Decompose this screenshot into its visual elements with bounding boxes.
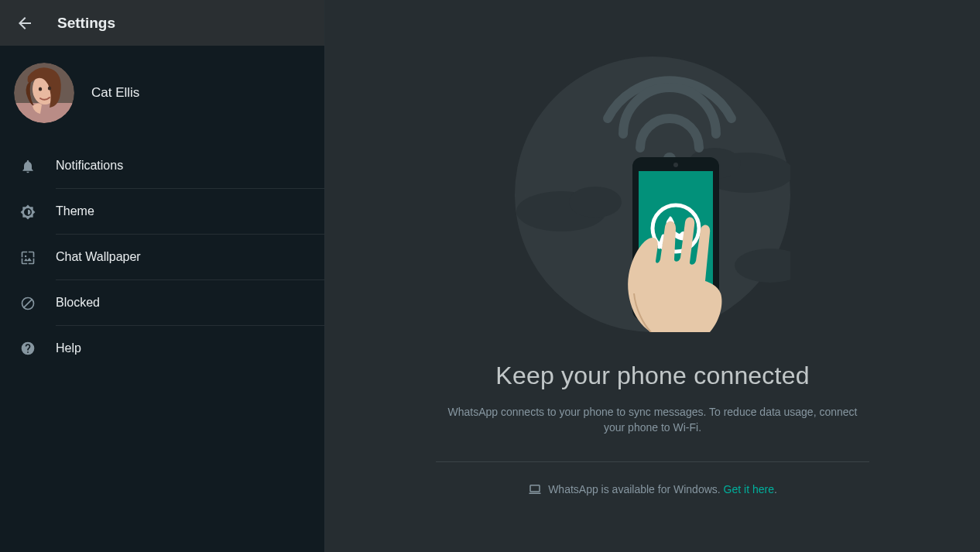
sidebar-header: Settings (0, 0, 324, 46)
hero: Keep your phone connected WhatsApp conne… (436, 57, 869, 496)
svg-point-4 (39, 87, 42, 91)
divider (436, 461, 869, 462)
settings-list: Notifications Theme Chat Wallpaper Block… (0, 143, 324, 371)
help-icon (0, 341, 56, 356)
bell-icon (0, 159, 56, 174)
hero-illustration (515, 57, 790, 335)
svg-point-15 (673, 163, 678, 167)
settings-item-label: Blocked (56, 296, 100, 309)
blocked-icon (0, 296, 56, 311)
settings-item-chat-wallpaper[interactable]: Chat Wallpaper (0, 235, 324, 280)
svg-point-5 (48, 86, 51, 90)
settings-item-help[interactable]: Help (0, 326, 324, 371)
svg-point-8 (569, 187, 622, 218)
profile-row[interactable]: Cat Ellis (0, 46, 324, 143)
hero-title: Keep your phone connected (495, 362, 809, 390)
sidebar-title: Settings (57, 15, 115, 32)
settings-item-label: Help (56, 341, 81, 355)
avatar (14, 63, 74, 123)
hero-subtitle: WhatsApp connects to your phone to sync … (436, 404, 869, 435)
profile-name: Cat Ellis (91, 85, 139, 101)
back-arrow-icon[interactable] (15, 14, 34, 33)
main-pane: Keep your phone connected WhatsApp conne… (325, 0, 980, 552)
settings-item-label: Chat Wallpaper (56, 250, 141, 263)
download-period: . (774, 483, 777, 495)
settings-sidebar: Settings (0, 0, 325, 552)
download-row: WhatsApp is available for Windows. Get i… (528, 482, 777, 496)
brightness-icon (0, 204, 56, 220)
download-text: WhatsApp is available for Windows. (548, 483, 723, 495)
laptop-icon (528, 482, 542, 496)
svg-rect-18 (530, 485, 540, 491)
settings-item-blocked[interactable]: Blocked (0, 280, 324, 326)
settings-item-label: Notifications (56, 159, 123, 172)
wallpaper-icon (0, 250, 56, 266)
settings-item-label: Theme (56, 204, 94, 218)
settings-item-theme[interactable]: Theme (0, 189, 324, 235)
download-link[interactable]: Get it here (724, 483, 774, 495)
settings-item-notifications[interactable]: Notifications (0, 143, 324, 189)
svg-rect-2 (14, 103, 74, 123)
